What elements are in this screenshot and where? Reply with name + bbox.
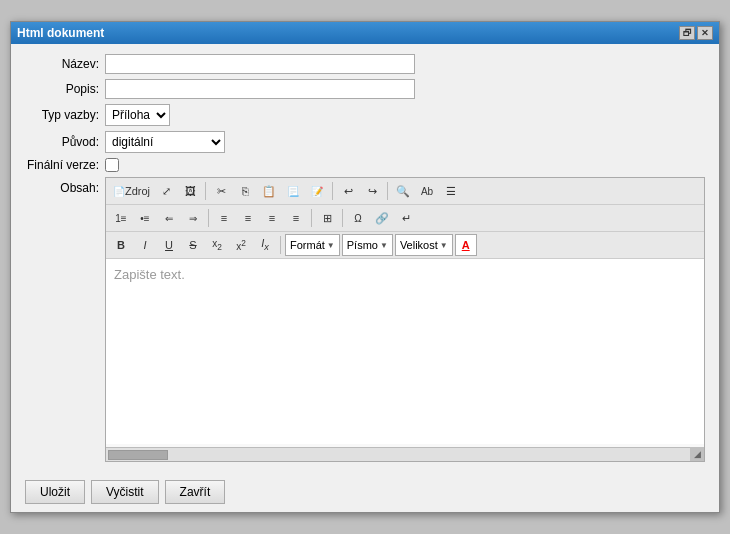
html-dialog: Html dokument 🗗 ✕ Název: Popis: Typ vazb…: [10, 21, 720, 513]
strike-button[interactable]: S: [182, 234, 204, 256]
cut-button[interactable]: ✂: [210, 180, 232, 202]
enter-button[interactable]: ↵: [395, 207, 417, 229]
resize-handle[interactable]: ◢: [690, 447, 704, 461]
nazev-label: Název:: [25, 57, 105, 71]
finalni-verze-checkbox[interactable]: [105, 158, 119, 172]
close-button[interactable]: Zavřít: [165, 480, 226, 504]
spellcheck-button[interactable]: Ab: [416, 180, 438, 202]
paste-text-button[interactable]: 📃: [282, 180, 304, 202]
typ-vazby-select[interactable]: Příloha Odkaz: [105, 104, 170, 126]
scrollbar-thumb[interactable]: [108, 450, 168, 460]
toolbar-row-2: 1≡ •≡ ⇐ ⇒ ≡ ≡: [106, 205, 704, 232]
source-button[interactable]: 📄 Zdroj: [110, 180, 153, 202]
font-color-icon: A: [462, 239, 470, 251]
font-color-button[interactable]: A: [455, 234, 477, 256]
special-char-button[interactable]: Ω: [347, 207, 369, 229]
link-icon: 🔗: [375, 212, 389, 225]
sep4: [208, 209, 209, 227]
paste-text-icon: 📃: [287, 186, 299, 197]
save-button[interactable]: Uložit: [25, 480, 85, 504]
format-dropdown[interactable]: Formát ▼: [285, 234, 340, 256]
font-dropdown[interactable]: Písmo ▼: [342, 234, 393, 256]
format-all-button[interactable]: ☰: [440, 180, 462, 202]
nazev-row: Název:: [25, 54, 705, 74]
special-char-icon: Ω: [354, 213, 361, 224]
image-icon: 🖼: [185, 185, 196, 197]
sep5: [311, 209, 312, 227]
undo-button[interactable]: ↩: [337, 180, 359, 202]
link-button[interactable]: 🔗: [371, 207, 393, 229]
sep7: [280, 236, 281, 254]
enter-icon: ↵: [402, 212, 411, 225]
puvod-row: Původ: digitální papír ostatní: [25, 131, 705, 153]
size-dropdown[interactable]: Velikost ▼: [395, 234, 453, 256]
ordered-list-button[interactable]: 1≡: [110, 207, 132, 229]
unordered-list-button[interactable]: •≡: [134, 207, 156, 229]
find-icon: 🔍: [396, 185, 410, 198]
spellcheck-icon: Ab: [421, 186, 433, 197]
format-label: Formát: [290, 239, 325, 251]
find-button[interactable]: 🔍: [392, 180, 414, 202]
underline-button[interactable]: U: [158, 234, 180, 256]
copy-button[interactable]: ⎘: [234, 180, 256, 202]
button-row: Uložit Vyčistit Zavřít: [11, 472, 719, 512]
bold-icon: B: [117, 239, 125, 251]
outdent-button[interactable]: ⇐: [158, 207, 180, 229]
typ-vazby-label: Typ vazby:: [25, 108, 105, 122]
subscript-icon: x2: [212, 238, 222, 252]
dialog-body: Název: Popis: Typ vazby: Příloha Odkaz P…: [11, 44, 719, 472]
close-title-button[interactable]: ✕: [697, 26, 713, 40]
nazev-input[interactable]: [105, 54, 415, 74]
table-button[interactable]: ⊞: [316, 207, 338, 229]
align-center-icon: ≡: [245, 212, 251, 224]
paste-word-button[interactable]: 📝: [306, 180, 328, 202]
sep3: [387, 182, 388, 200]
underline-icon: U: [165, 239, 173, 251]
source-icon: 📄: [113, 186, 125, 197]
clear-button[interactable]: Vyčistit: [91, 480, 159, 504]
typ-vazby-row: Typ vazby: Příloha Odkaz: [25, 104, 705, 126]
indent-icon: ⇒: [189, 213, 197, 224]
italic-button[interactable]: I: [134, 234, 156, 256]
subscript-button[interactable]: x2: [206, 234, 228, 256]
editor-scrollbar[interactable]: ◢: [106, 447, 704, 461]
align-center-button[interactable]: ≡: [237, 207, 259, 229]
image-button[interactable]: 🖼: [179, 180, 201, 202]
indent-button[interactable]: ⇒: [182, 207, 204, 229]
popis-input[interactable]: [105, 79, 415, 99]
finalni-verze-row: Finální verze:: [25, 158, 705, 172]
title-bar: Html dokument 🗗 ✕: [11, 22, 719, 44]
align-right-icon: ≡: [269, 212, 275, 224]
align-left-icon: ≡: [221, 212, 227, 224]
restore-button[interactable]: 🗗: [679, 26, 695, 40]
size-dropdown-arrow: ▼: [440, 241, 448, 250]
popis-label: Popis:: [25, 82, 105, 96]
sep1: [205, 182, 206, 200]
paste-icon: 📋: [262, 185, 276, 198]
align-justify-button[interactable]: ≡: [285, 207, 307, 229]
sep2: [332, 182, 333, 200]
puvod-select[interactable]: digitální papír ostatní: [105, 131, 225, 153]
fullscreen-icon: ⤢: [162, 185, 171, 198]
popis-row: Popis:: [25, 79, 705, 99]
copy-icon: ⎘: [242, 185, 249, 197]
bold-button[interactable]: B: [110, 234, 132, 256]
superscript-button[interactable]: x2: [230, 234, 252, 256]
outdent-icon: ⇐: [165, 213, 173, 224]
paste-button[interactable]: 📋: [258, 180, 280, 202]
toolbar-row-1: 📄 Zdroj ⤢ 🖼 ✂ ⎘: [106, 178, 704, 205]
puvod-label: Původ:: [25, 135, 105, 149]
clear-format-button[interactable]: Ix: [254, 234, 276, 256]
editor-textarea[interactable]: [106, 259, 704, 444]
source-label: Zdroj: [125, 185, 150, 197]
align-left-button[interactable]: ≡: [213, 207, 235, 229]
table-icon: ⊞: [323, 212, 332, 225]
redo-button[interactable]: ↪: [361, 180, 383, 202]
redo-icon: ↪: [368, 185, 377, 198]
fullscreen-button[interactable]: ⤢: [155, 180, 177, 202]
size-label: Velikost: [400, 239, 438, 251]
paste-word-icon: 📝: [311, 186, 323, 197]
align-right-button[interactable]: ≡: [261, 207, 283, 229]
strike-icon: S: [189, 239, 196, 251]
clear-format-icon: Ix: [261, 237, 269, 252]
